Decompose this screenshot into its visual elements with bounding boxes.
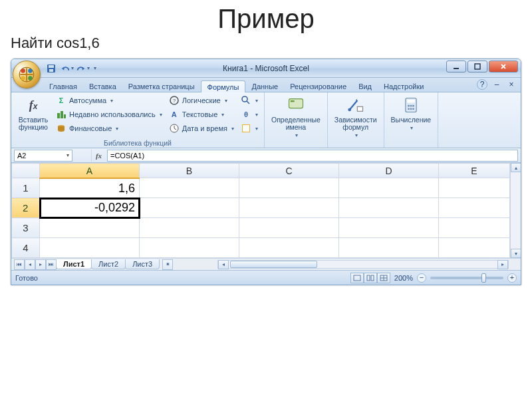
svg-rect-33: [367, 275, 370, 281]
window-controls: [446, 61, 518, 72]
cell-E1[interactable]: [439, 178, 510, 198]
minimize-button[interactable]: [446, 61, 466, 72]
col-header-B[interactable]: B: [140, 164, 239, 178]
recently-used-button[interactable]: Недавно использовались▾: [54, 108, 164, 121]
zoom-value[interactable]: 200%: [394, 274, 413, 282]
svg-rect-10: [57, 113, 60, 118]
grid[interactable]: A B C D E 1 1,6: [11, 163, 510, 258]
tab-page-layout[interactable]: Разметка страницы: [122, 80, 201, 92]
sheet-tab-3[interactable]: Лист3: [125, 259, 160, 269]
tab-data[interactable]: Данные: [245, 80, 284, 92]
formula-input[interactable]: =COS(A1): [107, 150, 518, 162]
undo-button[interactable]: ▾: [61, 62, 74, 75]
row-header-4[interactable]: 4: [12, 238, 40, 258]
svg-rect-12: [64, 114, 66, 118]
scroll-down-icon[interactable]: ▾: [511, 249, 521, 258]
calculation-button[interactable]: Вычисление▾: [388, 94, 434, 132]
view-page-layout-button[interactable]: [364, 273, 377, 283]
svg-point-26: [408, 105, 410, 107]
view-page-break-button[interactable]: [377, 273, 390, 283]
tab-home[interactable]: Главная: [43, 80, 83, 92]
cell-D1[interactable]: [339, 178, 439, 198]
tab-nav-first-icon[interactable]: ⏮: [14, 259, 25, 270]
col-header-A[interactable]: A: [40, 164, 140, 178]
fx-button[interactable]: fx: [91, 150, 106, 162]
sheet-tab-2[interactable]: Лист2: [91, 259, 126, 269]
cell-B1[interactable]: [140, 178, 239, 198]
col-header-C[interactable]: C: [239, 164, 339, 178]
zoom-out-button[interactable]: −: [417, 273, 426, 283]
scroll-left-icon[interactable]: ◂: [218, 260, 229, 269]
redo-button[interactable]: ▾: [76, 62, 90, 75]
cell-C2[interactable]: [239, 198, 339, 218]
cell-B2[interactable]: [140, 198, 239, 218]
autosum-button[interactable]: ΣАвтосумма▾: [54, 94, 164, 107]
close-button[interactable]: [489, 61, 518, 72]
save-button[interactable]: [45, 62, 58, 75]
cell-C1[interactable]: [239, 178, 339, 198]
svg-rect-32: [354, 275, 360, 281]
zoom-in-button[interactable]: +: [507, 273, 517, 283]
col-header-D[interactable]: D: [339, 164, 439, 178]
tab-review[interactable]: Рецензирование: [284, 80, 352, 92]
cell-A3[interactable]: [40, 218, 140, 238]
tab-nav-next-icon[interactable]: ▸: [35, 259, 46, 270]
financial-button[interactable]: Финансовые▾: [54, 122, 164, 135]
row-header-3[interactable]: 3: [12, 218, 40, 238]
chevron-down-icon[interactable]: ▾: [66, 152, 69, 158]
insert-sheet-icon[interactable]: ✷: [162, 259, 173, 270]
svg-rect-34: [371, 275, 374, 281]
cell-A1[interactable]: 1,6: [40, 178, 140, 198]
math-trig-button[interactable]: θ▾: [239, 108, 260, 121]
view-normal-button[interactable]: [350, 273, 364, 283]
workbook-close-icon[interactable]: ×: [506, 79, 517, 90]
formula-bar: A2▾ fx =COS(A1): [11, 148, 521, 163]
excel-window: ▾ ▾ ▾ Книга1 - Microsoft Excel Главная В…: [11, 59, 521, 285]
row-header-2[interactable]: 2: [12, 198, 40, 218]
maximize-button[interactable]: [467, 61, 487, 72]
tab-insert[interactable]: Вставка: [83, 80, 122, 92]
hscroll-thumb[interactable]: [230, 261, 317, 268]
text-button[interactable]: AТекстовые▾: [167, 108, 236, 121]
ribbon-tabs: Главная Вставка Разметка страницы Формул…: [11, 78, 521, 92]
insert-function-button[interactable]: fx Вставить функцию: [15, 94, 51, 132]
help-icon[interactable]: ?: [477, 79, 487, 90]
lookup-ref-button[interactable]: ▾: [239, 94, 260, 107]
formula-auditing-button[interactable]: Зависимости формул▾: [332, 94, 380, 140]
tab-addins[interactable]: Надстройки: [378, 80, 430, 92]
cell-A2[interactable]: -0,0292: [40, 198, 140, 218]
col-header-E[interactable]: E: [439, 164, 510, 178]
date-time-button[interactable]: Дата и время▾: [167, 122, 236, 135]
select-all-corner[interactable]: [12, 164, 40, 178]
logical-button[interactable]: ?Логические▾: [167, 94, 236, 107]
tab-nav-prev-icon[interactable]: ◂: [25, 259, 35, 270]
ribbon-minimize-icon[interactable]: –: [491, 79, 502, 90]
zoom-slider[interactable]: [430, 277, 503, 279]
slide-title: Пример: [0, 5, 532, 32]
svg-point-1: [21, 69, 25, 74]
svg-rect-19: [243, 125, 249, 132]
svg-rect-25: [407, 100, 415, 103]
vertical-scrollbar[interactable]: ▴ ▾: [510, 163, 521, 258]
worksheet: A B C D E 1 1,6: [11, 163, 521, 270]
row-header-1[interactable]: 1: [12, 178, 40, 198]
more-functions-button[interactable]: ▾: [239, 122, 260, 135]
scroll-up-icon[interactable]: ▴: [511, 163, 521, 172]
svg-rect-8: [454, 68, 459, 69]
ribbon: fx Вставить функцию ΣАвтосумма▾ Недавно …: [11, 92, 521, 148]
cell-A4[interactable]: [40, 238, 140, 258]
horizontal-scrollbar[interactable]: ◂ ▸: [217, 260, 509, 269]
defined-names-button[interactable]: Определенные имена▾: [269, 94, 323, 140]
name-box[interactable]: A2▾: [14, 150, 72, 162]
qat-customize-icon[interactable]: ▾: [94, 65, 96, 71]
cell-E2[interactable]: [439, 198, 510, 218]
svg-rect-20: [289, 99, 303, 108]
cell-D2[interactable]: [339, 198, 439, 218]
svg-point-17: [242, 96, 247, 102]
scroll-right-icon[interactable]: ▸: [497, 260, 508, 269]
sheet-tab-1[interactable]: Лист1: [56, 259, 92, 269]
svg-rect-23: [357, 107, 362, 112]
tab-formulas[interactable]: Формулы: [201, 80, 246, 92]
tab-nav-last-icon[interactable]: ⏭: [46, 259, 57, 270]
tab-view[interactable]: Вид: [352, 80, 378, 92]
